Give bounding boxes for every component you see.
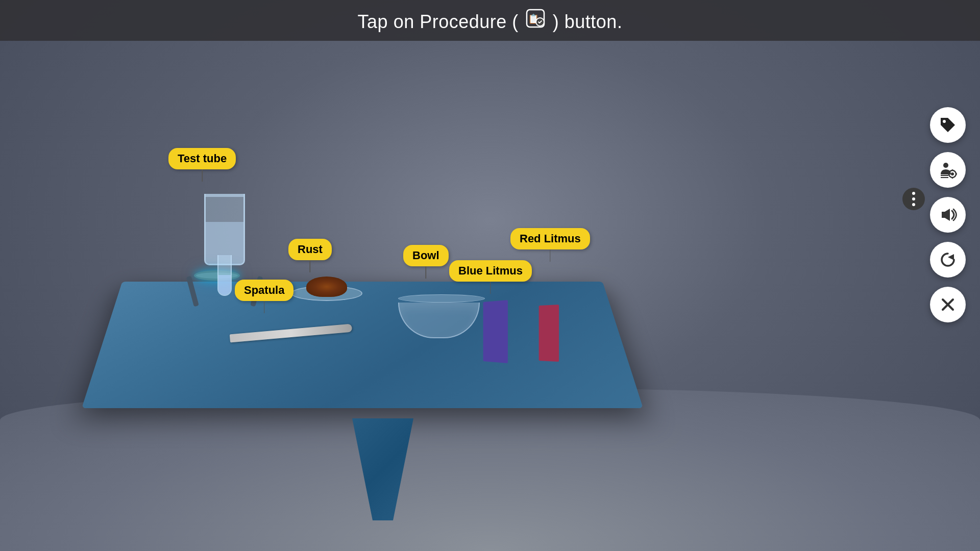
bowl-rim — [398, 294, 485, 303]
procedure-icon-inline: 📋 — [526, 9, 545, 28]
rust-object — [291, 286, 362, 316]
dot1 — [912, 192, 915, 195]
rust-pile — [306, 277, 347, 297]
svg-point-3 — [943, 120, 946, 123]
svg-marker-14 — [948, 254, 954, 260]
label-rust: Rust — [288, 239, 332, 260]
rust-dish — [291, 286, 362, 301]
blue-litmus-object — [483, 300, 508, 363]
label-bowl: Bowl — [403, 245, 449, 266]
bowl-object — [398, 298, 480, 339]
red-litmus-object — [539, 305, 559, 362]
dot3 — [912, 203, 915, 206]
stand-ring — [194, 270, 240, 281]
instruction-prefix: Tap on Procedure ( — [358, 11, 519, 32]
header-bar: Tap on Procedure ( 📋 ) button. — [0, 0, 980, 41]
instruction-text: Tap on Procedure ( 📋 ) button. — [358, 9, 623, 33]
label-blue-litmus: Blue Litmus — [449, 260, 532, 282]
lab-table — [82, 245, 684, 520]
beaker-rim — [204, 194, 245, 197]
test-tube-liquid — [218, 275, 231, 295]
close-icon — [939, 295, 957, 314]
reset-button[interactable] — [930, 242, 966, 278]
tag-button[interactable] — [930, 107, 966, 143]
bowl-shape — [398, 303, 480, 338]
tag-icon — [939, 116, 957, 134]
table-leg — [332, 418, 434, 520]
dot2 — [912, 197, 915, 201]
beaker — [204, 194, 245, 265]
procedure-button[interactable] — [930, 152, 966, 188]
label-test-tube: Test tube — [168, 148, 236, 169]
close-button[interactable] — [930, 287, 966, 322]
svg-point-4 — [943, 163, 948, 168]
test-tube-object — [199, 194, 250, 286]
more-options-button[interactable] — [902, 188, 925, 210]
svg-point-6 — [951, 172, 954, 176]
label-spatula: Spatula — [235, 280, 293, 301]
procedure-button-icon — [938, 160, 958, 180]
small-test-tube — [217, 255, 232, 296]
reset-icon — [939, 251, 957, 269]
right-controls — [930, 107, 966, 322]
sound-icon — [939, 206, 957, 224]
label-red-litmus: Red Litmus — [510, 228, 590, 249]
svg-marker-13 — [942, 209, 950, 221]
sound-button[interactable] — [930, 197, 966, 233]
instruction-suffix: ) button. — [553, 11, 623, 32]
